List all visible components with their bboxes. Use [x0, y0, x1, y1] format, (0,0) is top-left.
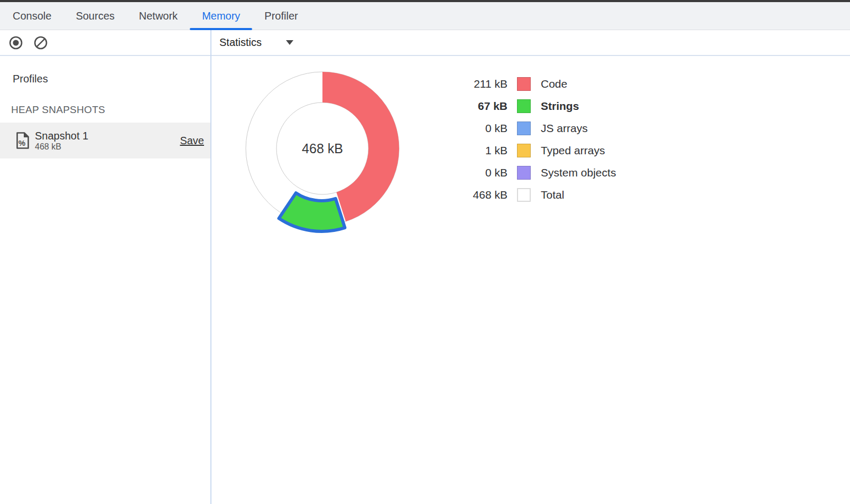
legend-value: 67 kB [444, 100, 507, 113]
save-snapshot-link[interactable]: Save [180, 135, 204, 147]
legend-swatch-strings [517, 99, 531, 113]
tab-network[interactable]: Network [127, 2, 190, 30]
snapshot-title: Snapshot 1 [35, 130, 180, 142]
tab-label: Network [139, 10, 178, 22]
heap-usage-donut-chart [211, 56, 433, 283]
legend-label: Typed arrays [541, 144, 605, 157]
donut-slice-strings[interactable] [279, 193, 345, 231]
svg-text:%: % [19, 138, 25, 147]
legend-value: 0 kB [444, 166, 507, 179]
legend-value: 211 kB [444, 78, 507, 90]
perspective-select[interactable]: Statistics [215, 34, 298, 51]
legend-value: 1 kB [444, 144, 507, 157]
chart-legend: 211 kBCode67 kBStrings0 kBJS arrays1 kBT… [444, 73, 616, 206]
view-toolbar: Statistics [211, 30, 850, 55]
tab-label: Memory [202, 10, 240, 22]
legend-row-strings[interactable]: 67 kBStrings [444, 95, 616, 117]
clear-icon [33, 35, 49, 51]
legend-label: Total [541, 189, 564, 201]
profiles-sidebar: Profiles HEAP SNAPSHOTS % Snapshot 1 468… [0, 56, 210, 504]
legend-label: JS arrays [541, 122, 588, 135]
perspective-select-value: Statistics [219, 36, 262, 49]
tab-console[interactable]: Console [1, 2, 63, 30]
legend-value: 468 kB [444, 189, 507, 201]
legend-label: Strings [541, 100, 579, 113]
legend-swatch-code [517, 77, 531, 91]
legend-swatch-total [517, 188, 531, 202]
donut-center-total: 468 kB [270, 141, 375, 156]
tab-memory[interactable]: Memory [190, 2, 252, 30]
memory-panel-toolbar: Statistics [0, 30, 850, 56]
sidebar-item-snapshot-1[interactable]: % Snapshot 1 468 kB Save [0, 123, 210, 158]
legend-label: System objects [541, 166, 616, 179]
legend-row-typed-arrays[interactable]: 1 kBTyped arrays [444, 139, 616, 162]
legend-value: 0 kB [444, 122, 507, 135]
chevron-down-icon [286, 40, 293, 45]
tab-sources[interactable]: Sources [63, 2, 126, 30]
tab-label: Console [13, 10, 51, 22]
legend-row-system-objects[interactable]: 0 kBSystem objects [444, 162, 616, 184]
record-heap-snapshot-button[interactable] [8, 35, 24, 51]
statistics-view: 468 kB 211 kBCode67 kBStrings0 kBJS arra… [211, 56, 850, 504]
legend-swatch-system-objects [517, 166, 531, 180]
legend-swatch-typed-arrays [517, 144, 531, 157]
tab-profiler[interactable]: Profiler [252, 2, 310, 30]
legend-label: Code [541, 78, 567, 90]
heap-snapshots-section-heading: HEAP SNAPSHOTS [11, 104, 210, 116]
heap-snapshot-file-icon: % [16, 132, 30, 150]
profile-controls [0, 30, 211, 55]
tab-label: Sources [76, 10, 114, 22]
legend-row-js-arrays[interactable]: 0 kBJS arrays [444, 117, 616, 139]
legend-row-code[interactable]: 211 kBCode [444, 73, 616, 95]
tab-label: Profiler [264, 10, 298, 22]
clear-profiles-button[interactable] [33, 35, 49, 51]
snapshot-size: 468 kB [35, 142, 180, 152]
devtools-tab-bar: Console Sources Network Memory Profiler [0, 2, 850, 30]
legend-swatch-js-arrays [517, 122, 531, 135]
record-icon [8, 35, 24, 51]
legend-row-total[interactable]: 468 kBTotal [444, 184, 616, 206]
profiles-heading: Profiles [13, 73, 210, 85]
snapshot-info: Snapshot 1 468 kB [35, 130, 180, 152]
